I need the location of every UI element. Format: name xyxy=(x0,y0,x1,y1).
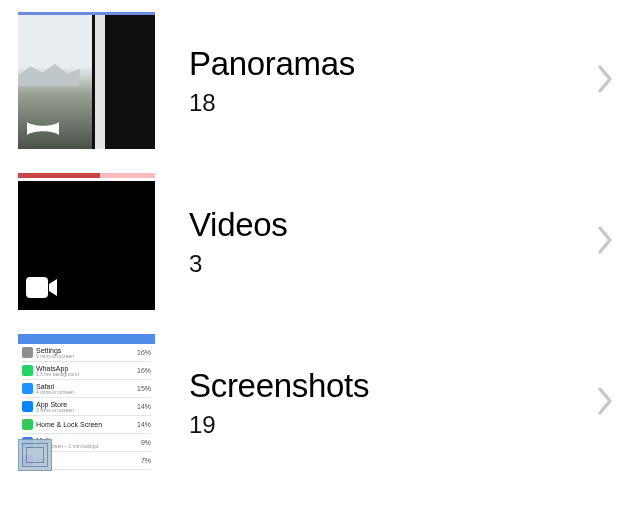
album-thumbnail-panoramas xyxy=(18,12,155,149)
album-info: Videos 3 xyxy=(189,206,562,278)
album-row-videos[interactable]: Videos 3 xyxy=(0,161,640,322)
album-thumbnail-screenshots: Settings9 mins on screen16%WhatsApp1.5 h… xyxy=(18,334,155,471)
chevron-right-icon xyxy=(596,386,614,420)
album-row-screenshots[interactable]: Settings9 mins on screen16%WhatsApp1.5 h… xyxy=(0,322,640,483)
chevron-right-icon xyxy=(596,225,614,259)
album-count: 19 xyxy=(189,411,562,439)
album-info: Panoramas 18 xyxy=(189,45,562,117)
album-count: 3 xyxy=(189,250,562,278)
album-row-panoramas[interactable]: Panoramas 18 xyxy=(0,0,640,161)
chevron-right-icon xyxy=(596,64,614,98)
album-title: Panoramas xyxy=(189,45,562,83)
album-title: Screenshots xyxy=(189,367,562,405)
album-count: 18 xyxy=(189,89,562,117)
video-icon xyxy=(26,277,58,302)
album-thumbnail-videos xyxy=(18,173,155,310)
album-title: Videos xyxy=(189,206,562,244)
svg-rect-0 xyxy=(26,277,48,298)
album-info: Screenshots 19 xyxy=(189,367,562,439)
panorama-icon xyxy=(26,120,60,141)
